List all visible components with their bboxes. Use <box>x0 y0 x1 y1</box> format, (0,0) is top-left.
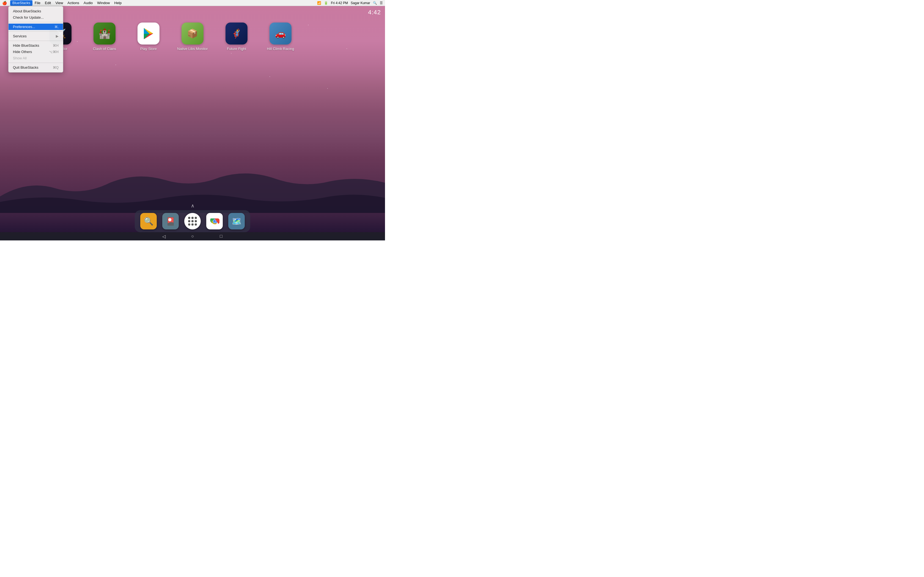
notification-icon[interactable]: ☰ <box>380 1 383 5</box>
android-nav-bar: ◁ ○ □ <box>0 232 385 240</box>
menu-audio[interactable]: Audio <box>81 0 95 6</box>
menu-show-all: Show All <box>8 55 63 61</box>
app-playstore-label: Play Store <box>140 47 157 51</box>
app-coc[interactable]: 🏰 Clash of Clans <box>91 23 118 51</box>
menu-bar-right: 📶 🔋 Fri 4:42 PM Sagar Kumar 🔍 ☰ <box>317 1 383 5</box>
wifi-icon: 📶 <box>317 1 321 5</box>
nav-recent[interactable]: □ <box>218 233 225 240</box>
menu-file[interactable]: File <box>32 0 43 6</box>
menu-section-prefs: Preferences... ⌘, <box>8 23 63 31</box>
dock-chrome[interactable] <box>206 213 223 229</box>
menu-bluestacks[interactable]: BlueStacks <box>10 0 32 6</box>
menu-view[interactable]: View <box>53 0 65 6</box>
menu-section-quit: Quit BlueStacks ⌘Q <box>8 64 63 71</box>
dock-maps[interactable]: 🗺️ <box>228 213 245 229</box>
search-icon[interactable]: 🔍 <box>373 1 377 5</box>
apple-logo[interactable]: 🍎 <box>2 1 7 5</box>
menu-check-update[interactable]: Check for Update... <box>8 14 63 21</box>
android-dock: 🔍 🎴 🗺️ <box>135 210 250 232</box>
app-nlm[interactable]: 📦 Native Libs Monitor <box>179 23 206 51</box>
dock-search[interactable]: 🔍 <box>140 213 157 229</box>
menu-section-about: About BlueStacks Check for Update... <box>8 7 63 21</box>
android-time: 4:42 <box>368 9 381 16</box>
menu-edit[interactable]: Edit <box>43 0 53 6</box>
app-hcr-label: Hill Climb Racing <box>267 47 294 51</box>
menu-separator-4 <box>8 63 63 63</box>
nav-back[interactable]: ◁ <box>161 233 167 240</box>
menu-about-bluestacks[interactable]: About BlueStacks <box>8 8 63 14</box>
app-hcr[interactable]: 🚗 Hill Climb Racing <box>267 23 294 51</box>
menu-section-services: Services ▶ <box>8 32 63 40</box>
app-futurefight-label: Future Fight <box>227 47 246 51</box>
menu-preferences[interactable]: Preferences... ⌘, <box>8 24 63 30</box>
menu-actions[interactable]: Actions <box>65 0 81 6</box>
dock-cards[interactable]: 🎴 <box>162 213 179 229</box>
dock-app-drawer[interactable] <box>184 213 201 229</box>
datetime: Fri 4:42 PM <box>331 1 348 5</box>
mac-menu-bar: 🍎 BlueStacks File Edit View Actions Audi… <box>0 0 385 6</box>
bluestacks-dropdown-menu: About BlueStacks Check for Update... Pre… <box>8 6 63 73</box>
menu-hide-others[interactable]: Hide Others ⌥⌘H <box>8 48 63 55</box>
app-playstore[interactable]: Play Store <box>135 23 162 51</box>
menu-section-hide: Hide BlueStacks ⌘H Hide Others ⌥⌘H Show … <box>8 42 63 62</box>
nav-home[interactable]: ○ <box>189 233 196 240</box>
username: Sagar Kumar <box>351 1 370 5</box>
battery-icon: 🔋 <box>324 1 328 5</box>
menu-window[interactable]: Window <box>95 0 112 6</box>
swipe-up-indicator: ∧ <box>191 203 194 209</box>
app-nlm-label: Native Libs Monitor <box>177 47 208 51</box>
app-futurefight[interactable]: 🦸 Future Fight <box>223 23 250 51</box>
menu-services[interactable]: Services ▶ <box>8 33 63 39</box>
menu-quit-bluestacks[interactable]: Quit BlueStacks ⌘Q <box>8 64 63 71</box>
app-grid: ⚔️ ...mvalor 🏰 Clash of Clans <box>41 17 371 56</box>
menu-separator-2 <box>8 31 63 32</box>
svg-point-4 <box>213 220 216 222</box>
app-coc-label: Clash of Clans <box>93 47 116 51</box>
menu-hide-bluestacks[interactable]: Hide BlueStacks ⌘H <box>8 42 63 48</box>
menu-help[interactable]: Help <box>112 0 124 6</box>
